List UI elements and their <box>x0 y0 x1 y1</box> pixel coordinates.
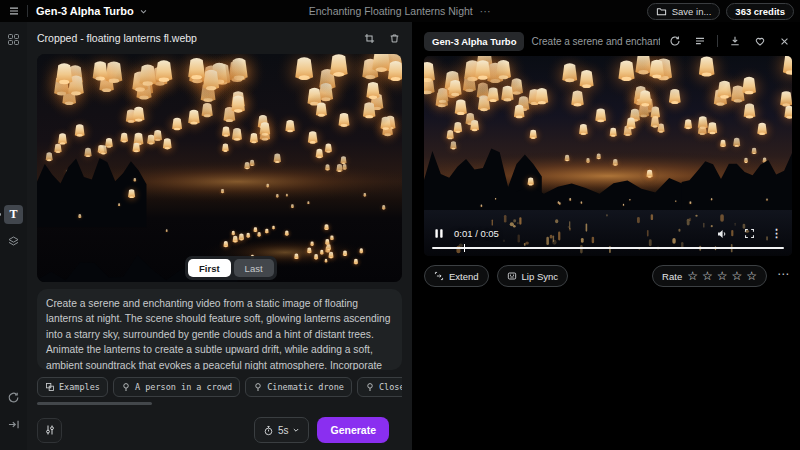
assets-grid-icon <box>7 33 20 46</box>
sliders-icon <box>44 424 56 436</box>
topbar-actions: Save in... 363 credits <box>647 3 794 20</box>
examples-chip-label: Examples <box>59 382 100 392</box>
star-icon[interactable]: ☆ <box>746 270 757 282</box>
chips-scrollbar[interactable] <box>37 402 152 405</box>
model-selector[interactable]: Gen-3 Alpha Turbo <box>36 5 148 17</box>
session-title: Enchanting Floating Lanterns Night <box>309 5 473 17</box>
download-button[interactable] <box>727 33 743 49</box>
chevron-down-icon <box>292 426 300 434</box>
save-in-button[interactable]: Save in... <box>647 3 721 20</box>
suggestion-chip-cinematic[interactable]: Cinematic drone <box>245 377 352 397</box>
player-controls: 0:01 / 0:05 ⋮ <box>432 225 784 242</box>
folder-icon <box>656 6 667 17</box>
star-rating: ☆ ☆ ☆ ☆ ☆ <box>687 270 757 282</box>
text-tool-icon: T <box>9 207 17 222</box>
output-panel: Gen-3 Alpha Turbo Create a serene and en… <box>412 22 800 450</box>
keyframe-image[interactable]: First Last <box>37 54 402 282</box>
lip-sync-button[interactable]: Lip Sync <box>497 265 568 287</box>
trash-icon <box>389 33 400 44</box>
credits-label: 363 credits <box>735 6 785 17</box>
extend-button[interactable]: Extend <box>424 265 489 287</box>
suggestion-chip-closeup[interactable]: Close up <box>357 377 402 397</box>
keyframe-toggle: First Last <box>185 256 277 280</box>
rate-widget: Rate ☆ ☆ ☆ ☆ ☆ <box>652 265 767 287</box>
heart-icon <box>754 35 766 47</box>
top-bar: Gen-3 Alpha Turbo Enchanting Floating La… <box>0 0 800 22</box>
rate-label: Rate <box>662 271 682 282</box>
last-frame-button[interactable]: Last <box>234 259 274 277</box>
generation-prompt-preview[interactable]: Create a serene and enchanting video fro… <box>531 36 660 47</box>
app-window: Gen-3 Alpha Turbo Enchanting Floating La… <box>0 0 800 450</box>
settings-button[interactable] <box>37 418 62 443</box>
lightbulb-icon <box>121 382 131 392</box>
input-panel: Cropped - floating lanterns fl.webp Firs… <box>27 22 412 450</box>
volume-button[interactable] <box>714 226 730 242</box>
generate-button[interactable]: Generate <box>317 417 389 443</box>
regenerate-button[interactable] <box>667 33 683 49</box>
fullscreen-button[interactable] <box>742 226 757 241</box>
pause-button[interactable] <box>432 226 446 241</box>
sidebar-item-layers[interactable] <box>4 232 23 251</box>
hamburger-icon <box>8 5 20 17</box>
close-icon <box>779 36 790 47</box>
model-selector-label: Gen-3 Alpha Turbo <box>36 5 134 17</box>
session-title-more-button[interactable]: ⋯ <box>480 5 492 17</box>
stopwatch-icon <box>263 425 274 436</box>
generation-actions <box>667 33 792 49</box>
delete-button[interactable] <box>387 31 402 46</box>
playhead[interactable] <box>464 244 466 252</box>
lightbulb-icon <box>253 382 263 392</box>
star-icon[interactable]: ☆ <box>702 270 713 282</box>
favorite-button[interactable] <box>752 33 768 49</box>
first-frame-button[interactable]: First <box>188 259 231 277</box>
generate-bar: 5s Generate <box>37 417 402 443</box>
star-icon[interactable]: ☆ <box>687 270 698 282</box>
layers-icon <box>7 235 20 248</box>
extend-label: Extend <box>449 271 479 282</box>
sidebar-bottom-group <box>4 388 23 442</box>
sidebar-item-text-tool[interactable]: T <box>4 205 23 224</box>
sidebar-item-collapse[interactable] <box>4 415 23 434</box>
star-icon[interactable]: ☆ <box>717 270 728 282</box>
more-options-button[interactable]: ⋯ <box>775 267 792 285</box>
lip-sync-label: Lip Sync <box>522 271 558 282</box>
seek-bar[interactable] <box>432 247 784 250</box>
chevron-down-icon <box>139 7 148 16</box>
star-icon[interactable]: ☆ <box>731 270 742 282</box>
time-display: 0:01 / 0:05 <box>454 228 499 239</box>
generation-footer: Extend Lip Sync Rate ☆ ☆ ☆ ☆ ☆ ⋯ <box>424 265 792 287</box>
asset-header-actions <box>362 31 402 46</box>
fullscreen-icon <box>744 228 755 239</box>
lip-sync-icon <box>507 271 517 281</box>
save-in-label: Save in... <box>672 6 712 17</box>
suggestion-chip-label: Cinematic drone <box>267 382 344 392</box>
close-button[interactable] <box>777 34 792 49</box>
generation-header: Gen-3 Alpha Turbo Create a serene and en… <box>424 26 792 56</box>
sidebar-item-assets[interactable] <box>4 30 23 49</box>
crop-icon <box>364 33 375 44</box>
suggestion-chip-label: Close up <box>379 382 402 392</box>
menu-button[interactable] <box>6 3 22 19</box>
text-lines-icon <box>694 35 706 47</box>
generation-model-tag[interactable]: Gen-3 Alpha Turbo <box>424 32 524 51</box>
show-prompt-button[interactable] <box>692 33 708 49</box>
session-title-group: Enchanting Floating Lanterns Night ⋯ <box>309 5 492 17</box>
crop-button[interactable] <box>362 31 377 46</box>
topbar-divider <box>27 5 28 17</box>
actions-divider <box>717 35 718 47</box>
prompt-input[interactable]: Create a serene and enchanting video fro… <box>37 289 402 370</box>
suggestion-chip-label: A person in a crowd <box>135 382 232 392</box>
asset-title: Cropped - floating lanterns fl.webp <box>37 32 197 44</box>
suggestion-chip-person[interactable]: A person in a crowd <box>113 377 240 397</box>
duration-label: 5s <box>278 425 289 436</box>
player-menu-button[interactable]: ⋮ <box>769 225 784 242</box>
prompt-suggestions: Examples A person in a crowd Cinematic d… <box>37 377 402 397</box>
examples-icon <box>45 382 55 392</box>
extend-icon <box>434 271 444 281</box>
video-player[interactable]: 0:01 / 0:05 ⋮ <box>424 56 792 256</box>
duration-selector[interactable]: 5s <box>254 417 310 443</box>
credits-button[interactable]: 363 credits <box>726 3 794 20</box>
sidebar-item-history[interactable] <box>4 388 23 407</box>
examples-chip[interactable]: Examples <box>37 377 108 397</box>
lantern-photo <box>37 54 402 282</box>
